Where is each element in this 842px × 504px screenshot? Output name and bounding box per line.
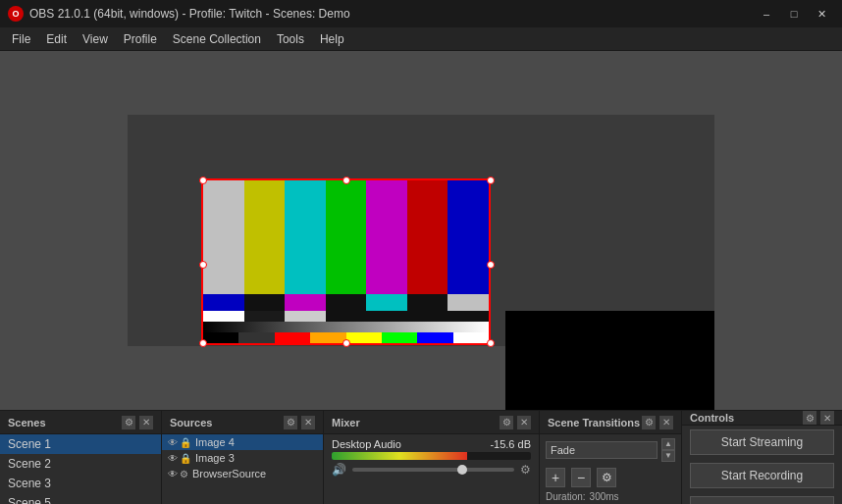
- source-icons-2: 👁 🔒: [168, 453, 191, 464]
- mixer-title: Mixer: [332, 417, 500, 428]
- scenes-title: Scenes: [8, 417, 122, 428]
- rb-5: [346, 332, 382, 343]
- menu-help[interactable]: Help: [312, 30, 352, 48]
- transitions-title: Scene Transitions: [548, 417, 642, 428]
- color-bars-mid: [203, 294, 489, 311]
- volume-bar-bg: [332, 452, 531, 460]
- settings-icon-3: ⚙: [180, 469, 188, 479]
- title-bar: O OBS 21.0.1 (64bit, windows) - Profile:…: [0, 0, 842, 27]
- handle-bottom-center[interactable]: [342, 339, 350, 347]
- minimize-button[interactable]: –: [754, 5, 779, 23]
- start-streaming-button[interactable]: Start Streaming: [690, 429, 834, 455]
- mixer-settings-icon[interactable]: ⚙: [520, 463, 531, 477]
- transition-down-btn[interactable]: ▼: [661, 450, 675, 462]
- sources-actions: ⚙ ✕: [284, 416, 315, 429]
- duration-row: Duration: 300ms: [540, 489, 681, 504]
- transition-up-btn[interactable]: ▲: [661, 438, 675, 450]
- scene-list: Scene 1 Scene 2 Scene 3 Scene 5: [0, 434, 161, 504]
- volume-bar-fill: [332, 452, 467, 460]
- rb-7: [417, 332, 452, 343]
- color-bars-top: [203, 180, 489, 294]
- bar-green: [326, 180, 367, 294]
- mid-bar-4: [326, 294, 367, 311]
- scene-item-2[interactable]: Scene 2: [0, 454, 161, 474]
- mute-icon[interactable]: 🔊: [332, 463, 346, 477]
- menu-file[interactable]: File: [4, 30, 38, 48]
- menu-scene-collection[interactable]: Scene Collection: [165, 30, 269, 48]
- scene-item-4[interactable]: Scene 5: [0, 493, 161, 504]
- bar-blue: [447, 180, 489, 294]
- handle-bottom-right[interactable]: [487, 339, 495, 347]
- preview-left-border: [0, 51, 128, 410]
- scenes-close-btn[interactable]: ✕: [139, 416, 153, 429]
- transitions-panel: Scene Transitions ⚙ ✕ Fade ▲ ▼ + − ⚙ Dur…: [540, 411, 682, 504]
- mixer-config-btn[interactable]: ⚙: [500, 416, 513, 429]
- test-pattern: [201, 178, 491, 345]
- source-list: 👁 🔒 Image 4 👁 🔒 Image 3 👁 ⚙ BrowserSourc…: [162, 434, 323, 481]
- lock-icon-2: 🔒: [180, 453, 191, 464]
- transition-gear-btn[interactable]: ⚙: [597, 468, 616, 487]
- window-controls: – □ ✕: [754, 5, 834, 23]
- duration-value: 300ms: [590, 491, 619, 502]
- menu-view[interactable]: View: [75, 30, 116, 48]
- scenes-panel: Scenes ⚙ ✕ Scene 1 Scene 2 Scene 3 Scene…: [0, 411, 162, 504]
- bot-black3: [407, 311, 448, 322]
- transitions-config-btn[interactable]: ⚙: [642, 416, 656, 429]
- gradient-bar: [203, 322, 489, 332]
- scenes-config-btn[interactable]: ⚙: [122, 416, 135, 429]
- bar-magenta: [366, 180, 407, 294]
- volume-slider[interactable]: [352, 468, 514, 472]
- preview-top-border: [128, 51, 714, 115]
- sources-close-btn[interactable]: ✕: [301, 416, 315, 429]
- handle-top-center[interactable]: [342, 176, 350, 184]
- color-bars-bot: [203, 311, 489, 343]
- controls-title: Controls: [690, 412, 803, 424]
- bar-white: [203, 180, 244, 294]
- bot-white: [203, 311, 244, 322]
- rb-4: [310, 332, 345, 343]
- bot-black: [326, 311, 367, 322]
- mid-bar-3: [285, 294, 326, 311]
- scene-item-1[interactable]: Scene 1: [0, 434, 161, 454]
- handle-top-right[interactable]: [487, 176, 495, 184]
- close-button[interactable]: ✕: [809, 5, 834, 23]
- scene-item-3[interactable]: Scene 3: [0, 474, 161, 493]
- transition-buttons: + − ⚙: [540, 466, 681, 489]
- source-item-image4[interactable]: 👁 🔒 Image 4: [162, 434, 323, 450]
- rb-2: [238, 332, 274, 343]
- menu-edit[interactable]: Edit: [38, 30, 75, 48]
- controls-actions: ⚙ ✕: [803, 411, 834, 425]
- source-icons-1: 👁 🔒: [168, 437, 191, 448]
- bot-black4: [447, 311, 489, 322]
- start-recording-button[interactable]: Start Recording: [690, 463, 834, 488]
- mid-bar-2: [244, 294, 286, 311]
- mixer-name-row: Desktop Audio -15.6 dB: [332, 438, 531, 450]
- bottom-panel: Scenes ⚙ ✕ Scene 1 Scene 2 Scene 3 Scene…: [0, 410, 842, 504]
- source-item-browser[interactable]: 👁 ⚙ BrowserSource: [162, 466, 323, 481]
- mid-bar-5: [366, 294, 407, 311]
- studio-mode-button[interactable]: Studio Mode: [690, 496, 834, 504]
- controls-header: Controls ⚙ ✕: [682, 411, 842, 426]
- mixer-track-desktop: Desktop Audio -15.6 dB 🔊 ⚙: [324, 434, 539, 480]
- mid-bar-1: [203, 294, 244, 311]
- maximize-button[interactable]: □: [781, 5, 807, 23]
- transition-arrows: ▲ ▼: [661, 438, 675, 462]
- mixer-close-btn[interactable]: ✕: [517, 416, 531, 429]
- source-icons-3: 👁 ⚙: [168, 469, 188, 479]
- handle-top-left[interactable]: [199, 176, 207, 184]
- transition-remove-btn[interactable]: −: [571, 468, 591, 487]
- transitions-close-btn[interactable]: ✕: [659, 416, 673, 429]
- controls-close-btn[interactable]: ✕: [820, 411, 834, 425]
- duration-label: Duration:: [546, 491, 586, 502]
- menu-tools[interactable]: Tools: [269, 30, 312, 48]
- sources-title: Sources: [170, 417, 284, 428]
- transition-type-select[interactable]: Fade: [546, 441, 658, 459]
- source-item-image3[interactable]: 👁 🔒 Image 3: [162, 450, 323, 466]
- controls-config-btn[interactable]: ⚙: [803, 411, 816, 425]
- sources-config-btn[interactable]: ⚙: [284, 416, 297, 429]
- transition-add-btn[interactable]: +: [546, 468, 565, 487]
- menu-profile[interactable]: Profile: [116, 30, 165, 48]
- handle-mid-right[interactable]: [487, 261, 495, 269]
- handle-mid-left[interactable]: [199, 261, 207, 269]
- handle-bottom-left[interactable]: [199, 339, 207, 347]
